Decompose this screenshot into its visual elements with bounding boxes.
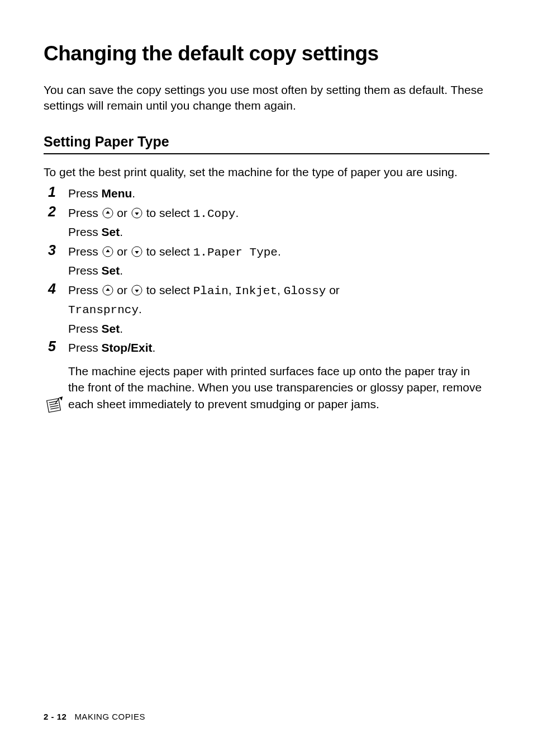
note-icon [44, 364, 65, 448]
text: . [132, 187, 135, 200]
text: . [278, 245, 281, 258]
text: Press [68, 284, 102, 296]
menu-option: 1.Paper Type [193, 246, 278, 259]
text: Press [68, 341, 102, 354]
page-title: Changing the default copy settings [44, 42, 489, 65]
note-block: The machine ejects paper with printed su… [44, 363, 489, 448]
text: . [120, 322, 123, 335]
text: . [235, 206, 239, 219]
footer-section: MAKING COPIES [74, 712, 145, 721]
text: Press [68, 206, 102, 219]
note-text: The machine ejects paper with printed su… [68, 363, 489, 412]
down-arrow-icon [131, 207, 142, 219]
up-arrow-icon [102, 285, 113, 296]
menu-option: Glossy [284, 285, 326, 297]
page-number: 2 - 12 [44, 712, 66, 721]
set-button-label: Set [102, 225, 120, 238]
step-3: 3 Press or to select 1.Paper Type. Press… [48, 243, 489, 280]
stop-exit-button-label: Stop/Exit [102, 341, 153, 354]
step-body: Press Menu. [68, 185, 135, 203]
set-button-label: Set [102, 322, 120, 335]
step-body: Press Stop/Exit. [68, 339, 155, 357]
step-body: Press or to select 1.Paper Type. Press S… [68, 243, 281, 280]
text: or [114, 284, 131, 296]
text: or [326, 284, 340, 296]
text: Press [68, 187, 102, 200]
menu-option: Transprncy [68, 304, 139, 316]
set-button-label: Set [102, 264, 120, 277]
up-arrow-icon [102, 246, 113, 257]
intro-text: You can save the copy settings you use m… [44, 82, 489, 114]
menu-option: 1.Copy [193, 207, 236, 220]
text: to select [143, 284, 193, 296]
step-body: Press or to select 1.Copy. Press Set. [68, 204, 239, 242]
down-arrow-icon [131, 246, 142, 257]
section-heading: Setting Paper Type [44, 134, 489, 154]
text: to select [143, 245, 193, 258]
section-intro: To get the best print quality, set the m… [44, 164, 489, 180]
text: Press [68, 264, 102, 277]
step-number: 5 [48, 338, 68, 355]
step-number: 4 [48, 280, 68, 297]
up-arrow-icon [102, 207, 113, 219]
menu-button-label: Menu [102, 187, 132, 200]
step-5: 5 Press Stop/Exit. [48, 339, 489, 357]
step-number: 2 [48, 203, 68, 220]
step-4: 4 Press or to select Plain, Inkjet, Glos… [48, 281, 489, 338]
step-number: 1 [48, 183, 68, 201]
step-1: 1 Press Menu. [48, 185, 489, 203]
text: , [277, 284, 284, 296]
text: . [153, 341, 156, 354]
text: Press [68, 322, 102, 335]
text: Press [68, 225, 102, 238]
step-2: 2 Press or to select 1.Copy. Press Set. [48, 204, 489, 242]
page-footer: 2 - 12 MAKING COPIES [44, 712, 145, 721]
text: . [120, 225, 123, 238]
text: or [114, 245, 131, 258]
text: Press [68, 245, 102, 258]
down-arrow-icon [131, 285, 142, 296]
menu-option: Plain [193, 285, 229, 297]
text: . [120, 264, 123, 277]
text: or [114, 206, 131, 219]
step-body: Press or to select Plain, Inkjet, Glossy… [68, 281, 340, 338]
steps-list: 1 Press Menu. 2 Press or to select 1.Cop… [48, 185, 489, 357]
step-number: 3 [48, 242, 68, 259]
text: . [139, 303, 142, 315]
text: , [229, 284, 235, 296]
menu-option: Inkjet [235, 285, 277, 297]
text: to select [143, 206, 193, 219]
